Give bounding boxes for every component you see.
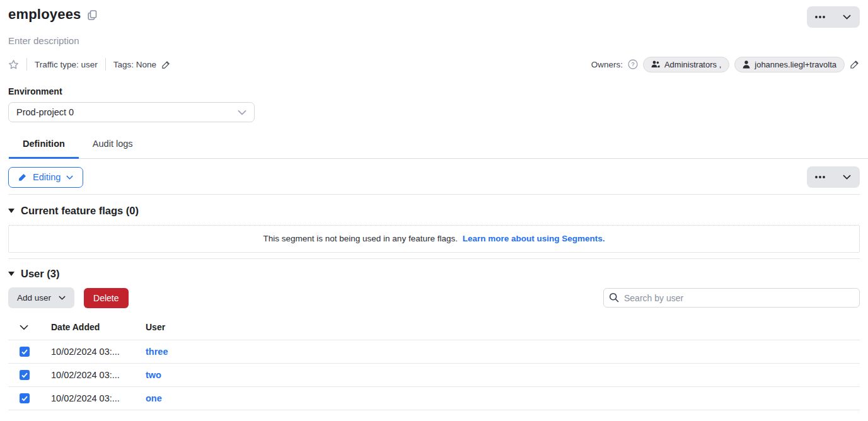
search-input[interactable]: [603, 288, 860, 308]
collapse-triangle-icon: [8, 209, 14, 213]
column-header-date-added[interactable]: Date Added: [51, 316, 146, 340]
feature-flags-heading: Current feature flags (0): [21, 205, 139, 217]
feature-flags-empty-state: This segment is not being used in any fe…: [8, 225, 860, 253]
owners-help-icon[interactable]: ?: [628, 59, 638, 69]
table-row: 10/02/2024 03:... three: [8, 340, 860, 364]
owners-label: Owners:: [591, 60, 623, 69]
users-section-toggle[interactable]: User (3): [8, 268, 860, 280]
user-link[interactable]: three: [146, 347, 168, 357]
chevron-down-icon: [66, 175, 73, 180]
page-title: employees: [8, 6, 81, 23]
definition-more-button[interactable]: [807, 166, 833, 188]
add-user-button[interactable]: Add user: [8, 287, 74, 308]
meta-left: Traffic type: user Tags: None: [8, 58, 171, 71]
collapse-triangle-icon: [8, 272, 14, 276]
check-icon: [21, 372, 28, 378]
divider: [8, 194, 860, 195]
definition-toolbar: Editing: [8, 166, 860, 188]
user-search: [603, 288, 860, 308]
column-header-user[interactable]: User: [146, 316, 860, 340]
feature-flags-section-toggle[interactable]: Current feature flags (0): [8, 205, 860, 217]
tab-definition[interactable]: Definition: [9, 132, 79, 159]
user-link[interactable]: one: [146, 393, 162, 403]
tags-label: Tags: None: [113, 60, 156, 69]
environment-select[interactable]: Prod-project 0: [8, 102, 255, 122]
owner-chip-label: johannes.liegl+travolta: [755, 60, 836, 69]
owner-chip-administrators[interactable]: Administrators ,: [643, 57, 729, 72]
table-row: 10/02/2024 03:... one: [8, 387, 860, 410]
divider: [26, 58, 27, 71]
header-actions-split-button: [807, 6, 860, 28]
header-more-button[interactable]: [807, 6, 833, 28]
owner-chip-user[interactable]: johannes.liegl+travolta: [734, 57, 845, 72]
check-icon: [21, 396, 28, 401]
add-user-label: Add user: [17, 293, 51, 303]
cell-date-added: 10/02/2024 03:...: [51, 387, 146, 410]
header-menu-chevron-button[interactable]: [833, 6, 860, 28]
tags-wrap: Tags: None: [113, 60, 171, 69]
check-icon: [21, 349, 28, 355]
tab-bar: Definition Audit logs: [8, 132, 868, 159]
users-heading: User (3): [21, 268, 59, 280]
chevron-down-icon: [238, 107, 246, 117]
user-link[interactable]: two: [146, 370, 161, 380]
table-row: 10/02/2024 03:... two: [8, 364, 860, 387]
row-checkbox-checked[interactable]: [20, 393, 30, 403]
empty-state-text: This segment is not being used in any fe…: [263, 234, 458, 243]
title-row: employees: [8, 0, 860, 28]
row-checkbox-checked[interactable]: [20, 370, 30, 380]
copy-icon[interactable]: [88, 10, 97, 20]
description-field[interactable]: Enter description: [8, 35, 860, 46]
environment-selected-value: Prod-project 0: [16, 107, 74, 117]
environment-label: Environment: [8, 86, 860, 96]
owners-row: Owners: ? Administrators , johannes.lieg…: [591, 57, 860, 72]
select-all-chevron-icon[interactable]: [20, 325, 28, 330]
cell-date-added: 10/02/2024 03:...: [51, 340, 146, 364]
delete-button[interactable]: Delete: [84, 288, 128, 308]
chevron-down-icon: [59, 296, 66, 300]
person-icon: [743, 61, 750, 69]
pencil-icon: [18, 173, 27, 182]
divider: [105, 58, 106, 71]
definition-actions-split-button: [807, 166, 860, 188]
owner-chip-label: Administrators ,: [664, 60, 721, 69]
segment-detail-page: employees Enter description Traffic type: [0, 0, 868, 421]
users-controls: Add user Delete: [8, 287, 860, 308]
table-header-row: Date Added User: [8, 316, 860, 340]
learn-more-link[interactable]: Learn more about using Segments.: [463, 234, 605, 243]
svg-text:?: ?: [631, 61, 634, 67]
search-icon: [609, 292, 619, 305]
edit-owners-pencil-icon[interactable]: [850, 59, 860, 69]
cell-date-added: 10/02/2024 03:...: [51, 364, 146, 387]
traffic-type-label: Traffic type: user: [35, 60, 98, 69]
people-icon: [651, 61, 660, 68]
users-table: Date Added User 10/02/2024 03:... three: [8, 316, 860, 410]
tab-audit-logs[interactable]: Audit logs: [79, 132, 147, 159]
favorite-star-icon[interactable]: [8, 59, 19, 70]
meta-row: Traffic type: user Tags: None Owners: ? …: [8, 57, 860, 71]
row-checkbox-checked[interactable]: [20, 347, 30, 357]
definition-menu-chevron-button[interactable]: [833, 166, 860, 188]
divider: [8, 258, 860, 259]
editing-label: Editing: [33, 172, 61, 182]
edit-tags-pencil-icon[interactable]: [161, 60, 171, 69]
editing-mode-button[interactable]: Editing: [8, 167, 83, 188]
